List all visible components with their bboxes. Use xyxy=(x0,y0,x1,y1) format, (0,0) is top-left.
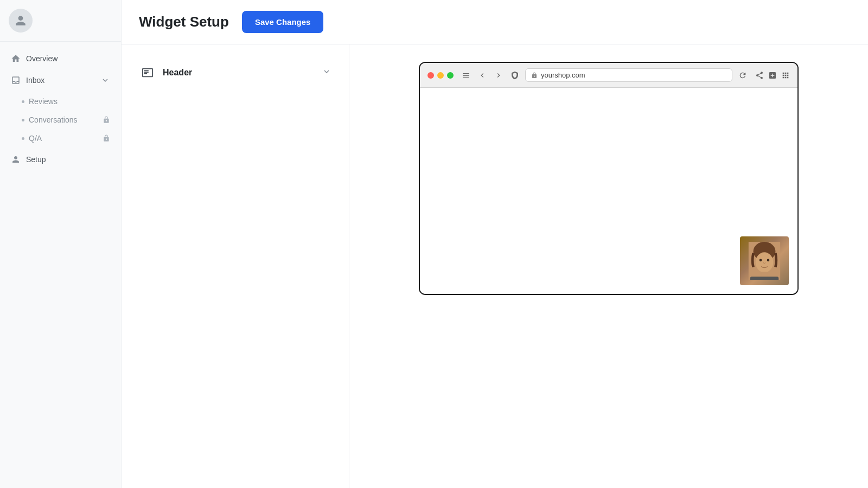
qa-label: Q/A xyxy=(29,134,42,143)
person-face-svg xyxy=(745,242,783,280)
user-icon xyxy=(15,15,27,27)
address-bar[interactable]: yourshop.com xyxy=(525,68,732,82)
inbox-icon xyxy=(11,75,21,85)
inbox-chevron-icon xyxy=(100,75,110,85)
dot-qa xyxy=(22,137,24,140)
traffic-light-red xyxy=(427,72,434,79)
sidebar-item-inbox[interactable]: Inbox xyxy=(4,70,117,91)
share-icon[interactable] xyxy=(755,71,764,80)
browser-frame: yourshop.com xyxy=(419,62,799,295)
preview-panel: yourshop.com xyxy=(349,44,868,488)
browser-toolbar: yourshop.com xyxy=(420,63,797,88)
tab-overview-icon[interactable] xyxy=(781,71,790,80)
main-body: Header xyxy=(122,44,868,488)
svg-rect-6 xyxy=(750,277,779,280)
overview-label: Overview xyxy=(26,54,110,63)
traffic-light-green xyxy=(447,72,454,79)
browser-content xyxy=(420,88,797,294)
lock-address-icon xyxy=(531,72,538,79)
sidebar-toggle-icon xyxy=(462,71,470,80)
header-section-title: Header xyxy=(163,68,315,78)
inbox-label: Inbox xyxy=(26,76,95,85)
conversations-lock-icon xyxy=(103,116,110,124)
forward-button[interactable] xyxy=(493,69,505,81)
sidebar-item-overview[interactable]: Overview xyxy=(4,48,117,69)
back-button[interactable] xyxy=(476,69,488,81)
sidebar-item-conversations[interactable]: Conversations xyxy=(15,111,117,129)
main-content: Widget Setup Save Changes Header xyxy=(122,0,868,488)
shield-button[interactable] xyxy=(509,69,521,81)
reload-button[interactable] xyxy=(737,69,749,81)
sidebar-toggle-button[interactable] xyxy=(460,69,472,81)
header-section-chevron xyxy=(322,67,331,79)
back-icon xyxy=(478,71,487,80)
widget-thumbnail-inner xyxy=(740,236,789,285)
widget-thumbnail xyxy=(740,236,789,285)
reload-icon xyxy=(738,71,747,80)
svg-point-3 xyxy=(760,259,762,262)
traffic-lights xyxy=(427,72,454,79)
sidebar-item-setup[interactable]: Setup xyxy=(4,149,117,170)
sidebar-item-reviews[interactable]: Reviews xyxy=(15,93,117,110)
dot-reviews xyxy=(22,100,24,103)
forward-icon xyxy=(494,71,503,80)
main-header: Widget Setup Save Changes xyxy=(122,0,868,44)
avatar[interactable] xyxy=(9,9,33,33)
settings-panel: Header xyxy=(122,44,349,488)
dot-conversations xyxy=(22,119,24,121)
traffic-light-yellow xyxy=(437,72,444,79)
setup-person-icon xyxy=(11,155,21,164)
avatar-section xyxy=(0,0,121,42)
sidebar: Overview Inbox Reviews Conversations xyxy=(0,0,122,488)
browser-actions xyxy=(755,71,790,80)
home-icon xyxy=(11,54,21,63)
inbox-sub-nav: Reviews Conversations Q/A xyxy=(4,92,117,148)
qa-lock-icon xyxy=(103,134,110,142)
svg-point-4 xyxy=(767,259,770,262)
svg-point-2 xyxy=(756,252,774,272)
url-text: yourshop.com xyxy=(541,71,585,79)
header-section[interactable]: Header xyxy=(139,57,331,88)
header-section-icon xyxy=(139,64,156,81)
sidebar-item-qa[interactable]: Q/A xyxy=(15,130,117,147)
shield-icon xyxy=(510,71,519,80)
sidebar-navigation: Overview Inbox Reviews Conversations xyxy=(0,46,121,172)
conversations-label: Conversations xyxy=(29,115,78,124)
save-changes-button[interactable]: Save Changes xyxy=(242,11,324,33)
page-title: Widget Setup xyxy=(139,14,229,30)
add-tab-icon[interactable] xyxy=(768,71,777,80)
header-widget-icon xyxy=(142,67,154,79)
setup-label: Setup xyxy=(26,155,110,164)
reviews-label: Reviews xyxy=(29,97,58,106)
